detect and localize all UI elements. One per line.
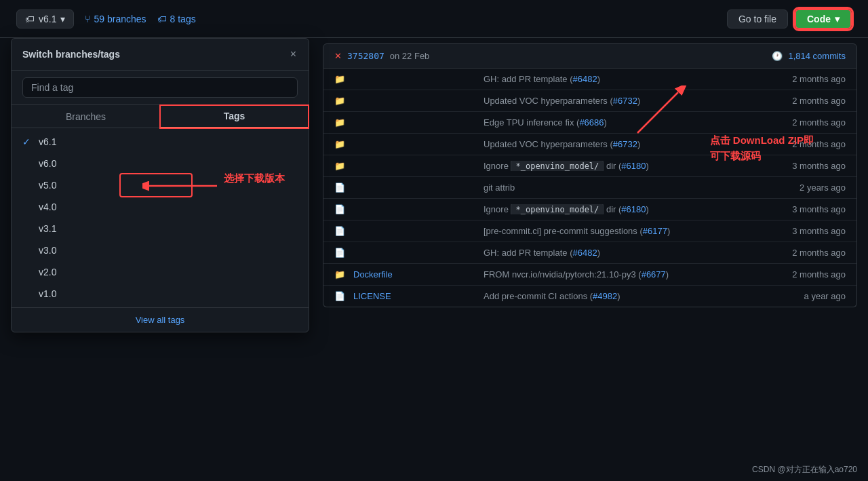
time-ago: 2 months ago: [764, 139, 846, 149]
time-ago: 2 months ago: [764, 269, 846, 280]
tag-item-v40[interactable]: v4.0: [12, 196, 309, 218]
file-name[interactable]: [353, 139, 475, 149]
branch-label: v6.1: [39, 14, 56, 24]
table-row: 📁 Edge TPU inference fix (#6686) 2 month…: [323, 112, 856, 134]
tag-icon: 🏷: [25, 14, 35, 24]
top-bar: 🏷 v6.1 ▾ ⑂ 59 branches 🏷 8 tags Go to fi…: [0, 0, 868, 38]
file-icon: 📄: [334, 204, 345, 214]
tag-label: v2.0: [39, 267, 298, 277]
commit-message: [pre-commit.ci] pre-commit suggestions (…: [484, 226, 756, 236]
time-ago: 3 months ago: [764, 204, 846, 214]
commit-link[interactable]: #6482: [573, 248, 597, 258]
folder-icon: 📁: [334, 139, 345, 149]
folder-icon: 📁: [334, 96, 345, 106]
branch-selector-button[interactable]: 🏷 v6.1 ▾: [16, 9, 74, 28]
folder-icon: 📁: [334, 74, 345, 84]
tag-item-v30[interactable]: v3.0: [12, 239, 309, 261]
commit-link[interactable]: #6732: [613, 96, 637, 106]
tag-item-v10[interactable]: v1.0: [12, 283, 309, 305]
tag-label: v3.0: [39, 245, 298, 256]
commit-link[interactable]: #6180: [621, 204, 646, 214]
file-name[interactable]: [353, 182, 475, 193]
tag-item-v20[interactable]: v2.0: [12, 261, 309, 283]
time-ago: 2 months ago: [764, 96, 846, 106]
table-row: 📄 LICENSE Add pre-commit CI actions (#49…: [323, 286, 856, 307]
file-name[interactable]: [353, 117, 475, 128]
tab-tags[interactable]: Tags: [160, 105, 309, 128]
file-icon: 📄: [334, 226, 345, 236]
view-all-tags-link[interactable]: View all tags: [12, 307, 309, 332]
close-dropdown-button[interactable]: ×: [289, 47, 298, 62]
main-content: Switch branches/tags × Branches Tags ✓ v…: [0, 38, 868, 481]
branches-link[interactable]: ⑂ 59 branches: [85, 14, 146, 24]
commit-link[interactable]: #6180: [621, 161, 646, 171]
check-placeholder: [22, 180, 33, 191]
check-placeholder: [22, 245, 33, 256]
time-ago: 3 months ago: [764, 161, 846, 171]
file-name[interactable]: [353, 96, 475, 106]
tag-item-v60[interactable]: v6.0: [12, 153, 309, 174]
chevron-down-icon-code: ▾: [835, 14, 840, 24]
file-icon: 📄: [334, 248, 345, 258]
file-icon: 📄: [334, 291, 345, 301]
tags-link[interactable]: 🏷 8 tags: [157, 14, 196, 24]
file-name[interactable]: [353, 204, 475, 214]
chevron-down-icon: ▾: [60, 14, 65, 24]
file-name[interactable]: Dockerfile: [353, 269, 475, 280]
commit-message: Add pre-commit CI actions (#4982): [484, 291, 756, 301]
tag-item-v61[interactable]: ✓ v6.1: [12, 131, 309, 153]
commit-link[interactable]: #4982: [593, 291, 617, 301]
branches-count: 59 branches: [94, 14, 146, 24]
commit-link[interactable]: #6732: [613, 139, 637, 149]
commit-message: GH: add PR template (#6482): [484, 74, 756, 84]
search-input[interactable]: [22, 77, 298, 98]
check-icon: ✓: [22, 136, 33, 147]
tag-item-v50[interactable]: v5.0: [12, 174, 309, 196]
folder-icon: 📁: [334, 269, 345, 280]
tag-label: v4.0: [39, 201, 298, 212]
search-box: [12, 71, 309, 105]
commit-link[interactable]: #6482: [573, 74, 597, 84]
file-icon: 📄: [334, 182, 345, 193]
tab-branches[interactable]: Branches: [12, 105, 160, 128]
time-ago: 3 months ago: [764, 226, 846, 236]
folder-icon: 📁: [334, 117, 345, 128]
commit-sha[interactable]: 3752807: [347, 51, 384, 61]
file-name[interactable]: [353, 226, 475, 236]
file-name[interactable]: LICENSE: [353, 291, 475, 301]
file-name[interactable]: [353, 248, 475, 258]
check-placeholder: [22, 158, 33, 169]
csdn-watermark: CSDN @对方正在输入ao720: [752, 464, 857, 476]
commit-message: git attrib: [484, 182, 756, 193]
tag-icon-meta: 🏷: [157, 14, 167, 24]
file-table: ✕ 3752807 on 22 Feb 🕐 1,814 commits 📁 GH…: [312, 38, 868, 481]
top-bar-left: 🏷 v6.1 ▾ ⑂ 59 branches 🏷 8 tags: [16, 9, 196, 28]
table-row: 📁 GH: add PR template (#6482) 2 months a…: [323, 69, 856, 90]
table-row: 📁 Ignore *_openvino_model/ dir (#6180) 3…: [323, 155, 856, 177]
commits-count-link[interactable]: 1,814 commits: [788, 51, 846, 61]
check-placeholder: [22, 267, 33, 277]
tags-count: 8 tags: [170, 14, 196, 24]
commit-message: Ignore *_openvino_model/ dir (#6180): [484, 161, 756, 171]
check-placeholder: [22, 201, 33, 212]
time-ago: a year ago: [764, 291, 846, 301]
check-placeholder: [22, 223, 33, 234]
commit-message: FROM nvcr.io/nvidia/pytorch:21.10-py3 (#…: [484, 269, 756, 280]
commit-message: Updated VOC hyperparameters (#6732): [484, 139, 756, 149]
commit-message: Ignore *_openvino_model/ dir (#6180): [484, 204, 756, 214]
file-rows: 📁 GH: add PR template (#6482) 2 months a…: [323, 69, 857, 307]
time-ago: 2 months ago: [764, 74, 846, 84]
check-placeholder: [22, 288, 33, 299]
tag-label: v6.0: [39, 158, 298, 169]
code-button[interactable]: Code ▾: [795, 9, 852, 29]
goto-file-button[interactable]: Go to file: [727, 9, 788, 28]
commit-link[interactable]: #6677: [642, 269, 666, 280]
tag-item-v31[interactable]: v3.1: [12, 218, 309, 239]
file-name[interactable]: [353, 74, 475, 84]
commit-link[interactable]: #6177: [643, 226, 667, 236]
file-name[interactable]: [353, 161, 475, 171]
commit-link[interactable]: #6686: [579, 117, 604, 128]
commit-message: GH: add PR template (#6482): [484, 248, 756, 258]
dropdown-header: Switch branches/tags ×: [12, 39, 309, 71]
table-row: 📄 GH: add PR template (#6482) 2 months a…: [323, 242, 856, 264]
